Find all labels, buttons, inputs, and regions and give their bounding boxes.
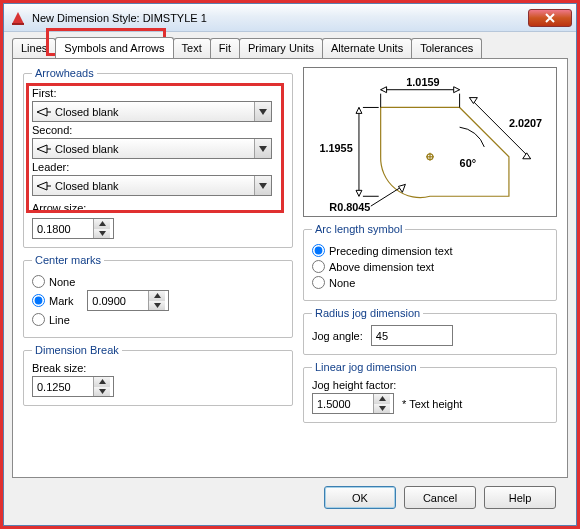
leader-arrowhead-combo[interactable]: Closed blank xyxy=(32,175,272,196)
tab-tolerances-label: Tolerances xyxy=(420,42,473,54)
svg-marker-14 xyxy=(154,303,161,308)
arc-none-option[interactable]: None xyxy=(312,276,548,289)
svg-marker-21 xyxy=(381,87,387,93)
svg-marker-31 xyxy=(469,98,477,104)
closed-blank-arrow-icon xyxy=(37,181,51,191)
spin-down-icon[interactable] xyxy=(374,404,390,414)
spin-up-icon[interactable] xyxy=(374,394,390,404)
linear-jog-group: Linear jog dimension Jog height factor: xyxy=(303,361,557,423)
tab-bar: Lines Symbols and Arrows Text Fit Primar… xyxy=(12,38,568,58)
center-mark-size-input[interactable] xyxy=(88,291,148,310)
center-mark-option[interactable]: Mark xyxy=(32,294,75,307)
break-size-input[interactable] xyxy=(33,377,93,396)
help-label: Help xyxy=(509,492,532,504)
svg-marker-36 xyxy=(379,406,386,411)
cancel-button[interactable]: Cancel xyxy=(404,486,476,509)
jog-height-input[interactable] xyxy=(313,394,373,413)
center-line-option[interactable]: Line xyxy=(32,313,75,326)
arrowheads-group: Arrowheads First: Closed blank Second: xyxy=(23,67,293,248)
arc-length-symbol-group: Arc length symbol Preceding dimension te… xyxy=(303,223,557,301)
center-mark-label: Mark xyxy=(49,295,73,307)
second-arrowhead-value: Closed blank xyxy=(55,143,119,155)
tab-fit-label: Fit xyxy=(219,42,231,54)
spin-down-icon[interactable] xyxy=(94,387,110,397)
arrowheads-legend: Arrowheads xyxy=(32,67,97,79)
jog-angle-label: Jog angle: xyxy=(312,330,363,342)
center-marks-legend: Center marks xyxy=(32,254,104,266)
leader-label: Leader: xyxy=(32,161,284,173)
tab-lines[interactable]: Lines xyxy=(12,38,56,58)
center-mark-size-spinner[interactable] xyxy=(87,290,169,311)
break-size-label: Break size: xyxy=(32,362,284,374)
tab-lines-label: Lines xyxy=(21,42,47,54)
jog-height-suffix: * Text height xyxy=(402,398,462,410)
tab-alternate-label: Alternate Units xyxy=(331,42,403,54)
arrow-size-spinner[interactable] xyxy=(32,218,114,239)
arc-none-label: None xyxy=(329,277,355,289)
tab-symbols-arrows[interactable]: Symbols and Arrows xyxy=(55,37,173,58)
svg-marker-15 xyxy=(99,379,106,384)
second-arrowhead-combo[interactable]: Closed blank xyxy=(32,138,272,159)
svg-marker-5 xyxy=(37,145,47,153)
spin-up-icon[interactable] xyxy=(149,291,165,301)
tab-fit[interactable]: Fit xyxy=(210,38,240,58)
preview-dim-2: 1.1955 xyxy=(319,142,352,154)
svg-marker-32 xyxy=(523,153,531,159)
break-size-spinner[interactable] xyxy=(32,376,114,397)
ok-button[interactable]: OK xyxy=(324,486,396,509)
svg-marker-35 xyxy=(379,396,386,401)
arc-preceding-option[interactable]: Preceding dimension text xyxy=(312,244,548,257)
tab-primary-label: Primary Units xyxy=(248,42,314,54)
tab-alternate-units[interactable]: Alternate Units xyxy=(322,38,412,58)
arc-legend: Arc length symbol xyxy=(312,223,405,235)
tab-text[interactable]: Text xyxy=(173,38,211,58)
help-button[interactable]: Help xyxy=(484,486,556,509)
first-arrowhead-combo[interactable]: Closed blank xyxy=(32,101,272,122)
svg-marker-16 xyxy=(99,389,106,394)
close-button[interactable] xyxy=(528,9,572,27)
closed-blank-arrow-icon xyxy=(37,107,51,117)
radius-jog-legend: Radius jog dimension xyxy=(312,307,423,319)
svg-marker-13 xyxy=(154,293,161,298)
dimension-break-group: Dimension Break Break size: xyxy=(23,344,293,406)
preview-angle: 60° xyxy=(460,157,476,169)
arrow-size-input[interactable] xyxy=(33,219,93,238)
preview-dim-3: 2.0207 xyxy=(509,117,542,129)
leader-arrowhead-value: Closed blank xyxy=(55,180,119,192)
tab-primary-units[interactable]: Primary Units xyxy=(239,38,323,58)
first-label: First: xyxy=(32,87,284,99)
svg-marker-27 xyxy=(356,190,362,196)
spin-down-icon[interactable] xyxy=(94,229,110,239)
dialog-window: New Dimension Style: DIMSTYLE 1 Lines Sy… xyxy=(3,3,577,526)
tab-symbols-label: Symbols and Arrows xyxy=(64,42,164,54)
svg-marker-2 xyxy=(37,108,47,116)
center-marks-group: Center marks None Mark Line xyxy=(23,254,293,338)
svg-marker-11 xyxy=(99,221,106,226)
jog-height-spinner[interactable] xyxy=(312,393,394,414)
ok-label: OK xyxy=(352,492,368,504)
app-icon xyxy=(10,10,26,26)
second-label: Second: xyxy=(32,124,284,136)
spin-down-icon[interactable] xyxy=(149,301,165,311)
spin-up-icon[interactable] xyxy=(94,219,110,229)
arrow-size-label: Arrow size: xyxy=(32,202,284,214)
svg-marker-12 xyxy=(99,231,106,236)
arc-above-option[interactable]: Above dimension text xyxy=(312,260,548,273)
linear-jog-legend: Linear jog dimension xyxy=(312,361,420,373)
jog-angle-input[interactable] xyxy=(371,325,453,346)
window-title: New Dimension Style: DIMSTYLE 1 xyxy=(32,12,528,24)
cancel-label: Cancel xyxy=(423,492,457,504)
center-none-label: None xyxy=(49,276,75,288)
closed-blank-arrow-icon xyxy=(37,144,51,154)
arc-preceding-label: Preceding dimension text xyxy=(329,245,453,257)
center-none-option[interactable]: None xyxy=(32,275,75,288)
first-arrowhead-value: Closed blank xyxy=(55,106,119,118)
chevron-down-icon xyxy=(254,102,271,121)
tab-text-label: Text xyxy=(182,42,202,54)
titlebar: New Dimension Style: DIMSTYLE 1 xyxy=(4,4,576,32)
center-line-label: Line xyxy=(49,314,70,326)
dim-break-legend: Dimension Break xyxy=(32,344,122,356)
radius-jog-group: Radius jog dimension Jog angle: xyxy=(303,307,557,355)
tab-tolerances[interactable]: Tolerances xyxy=(411,38,482,58)
spin-up-icon[interactable] xyxy=(94,377,110,387)
